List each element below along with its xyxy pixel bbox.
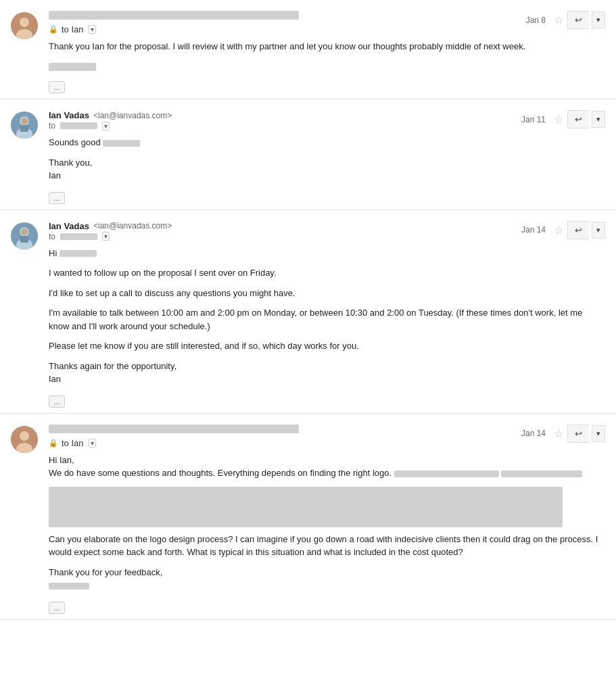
- name-row-1: [49, 11, 299, 24]
- more-button-2[interactable]: ▾: [592, 111, 605, 128]
- email-body-para-1: Thank you Ian for the proposal. I will r…: [49, 40, 605, 53]
- email-body-para-3f: Thanks again for the opportunity,Ian: [49, 360, 605, 386]
- svg-point-11: [21, 228, 28, 235]
- reply-button-2[interactable]: ↩: [567, 110, 589, 128]
- header-actions-1: Jan 8 ☆ ↩ ▾: [526, 11, 605, 29]
- svg-point-14: [20, 431, 29, 441]
- redacted-name-block-1: [49, 60, 605, 74]
- lock-icon-4: 🔒: [49, 439, 58, 448]
- to-label-2: to: [49, 121, 55, 130]
- ellipsis-btn-2[interactable]: ...: [49, 192, 65, 204]
- star-button-4[interactable]: ☆: [552, 426, 565, 441]
- date-2: Jan 11: [521, 115, 546, 124]
- recipient-dropdown-3[interactable]: ▾: [102, 232, 110, 241]
- email-thread: 🔒 to Ian ▾ Jan 8 ☆ ↩ ▾ Thank you Ian for…: [0, 0, 616, 620]
- recipient-text-4: to Ian: [62, 438, 84, 448]
- email-content-4: 🔒 to Ian ▾ Jan 14 ☆ ↩ ▾ Hi Ian,We do hav…: [49, 425, 605, 614]
- sender-block-1: 🔒 to Ian ▾: [49, 11, 299, 34]
- email-body-2: Sounds good Thank you,Ian: [49, 136, 605, 183]
- email-body-para-4a: Hi Ian,We do have some questions and tho…: [49, 454, 605, 480]
- email-body-para-3c: I'd like to set up a call to discuss any…: [49, 287, 605, 300]
- email-body-3: Hi I wanted to follow up on the proposal…: [49, 247, 605, 386]
- to-row-2: to ▾: [49, 121, 172, 130]
- star-button-1[interactable]: ☆: [552, 12, 565, 28]
- email-body-para-3d: I'm available to talk between 10:00 am a…: [49, 306, 605, 333]
- name-row-4: [49, 425, 299, 437]
- email-body-para-3e: Please let me know if you are still inte…: [49, 339, 605, 353]
- ellipsis-area-2: ...: [49, 189, 605, 204]
- lock-icon-1: 🔒: [49, 25, 58, 34]
- email-body-para-3b: I wanted to follow up on the proposal I …: [49, 266, 605, 280]
- reply-button-1[interactable]: ↩: [567, 11, 589, 29]
- email-header-3: Ian Vadas <ian@ianvadas.com> to ▾ Jan 14…: [49, 221, 605, 241]
- svg-rect-7: [20, 125, 28, 132]
- recipient-dropdown-4[interactable]: ▾: [89, 439, 96, 448]
- recipient-text-1: to Ian: [62, 24, 84, 34]
- ellipsis-area-1: ...: [49, 78, 605, 93]
- email-body-para-4b: Can you elaborate on the logo design pro…: [49, 533, 605, 559]
- email-header-2: Ian Vadas <ian@ianvadas.com> to ▾ Jan 11…: [49, 110, 605, 130]
- star-button-2[interactable]: ☆: [552, 112, 565, 127]
- sender-name-redacted-1: [49, 11, 299, 20]
- email-header-1: 🔒 to Ian ▾ Jan 8 ☆ ↩ ▾: [49, 11, 605, 34]
- sender-block-3: Ian Vadas <ian@ianvadas.com> to ▾: [49, 221, 172, 241]
- star-button-3[interactable]: ☆: [552, 222, 565, 238]
- email-item-1: 🔒 to Ian ▾ Jan 8 ☆ ↩ ▾ Thank you Ian for…: [0, 0, 616, 99]
- to-label-3: to: [49, 232, 55, 241]
- date-4: Jan 14: [521, 429, 546, 438]
- to-row-4: 🔒 to Ian ▾: [49, 438, 299, 448]
- date-1: Jan 8: [526, 16, 546, 25]
- name-row-2: Ian Vadas <ian@ianvadas.com>: [49, 110, 172, 120]
- email-item-3: Ian Vadas <ian@ianvadas.com> to ▾ Jan 14…: [0, 210, 616, 414]
- sender-name-2: Ian Vadas: [49, 110, 89, 120]
- header-actions-3: Jan 14 ☆ ↩ ▾: [521, 221, 605, 239]
- reply-button-4[interactable]: ↩: [567, 425, 589, 443]
- email-body-para-3a: Hi: [49, 247, 605, 260]
- redacted-image-4: [49, 487, 563, 527]
- ellipsis-btn-1[interactable]: ...: [49, 81, 65, 93]
- ellipsis-area-4: ...: [49, 599, 605, 614]
- more-button-4[interactable]: ▾: [592, 425, 605, 442]
- ellipsis-btn-3[interactable]: ...: [49, 395, 65, 408]
- sender-block-4: 🔒 to Ian ▾: [49, 425, 299, 448]
- email-body-para-2a: Sounds good: [49, 136, 605, 149]
- name-row-3: Ian Vadas <ian@ianvadas.com>: [49, 221, 172, 231]
- email-body-1: Thank you Ian for the proposal. I will r…: [49, 40, 605, 73]
- ellipsis-area-3: ...: [49, 393, 605, 408]
- email-body-4: Hi Ian,We do have some questions and tho…: [49, 454, 605, 592]
- sender-name-redacted-4: [49, 425, 299, 433]
- reply-button-3[interactable]: ↩: [567, 221, 589, 239]
- more-button-3[interactable]: ▾: [592, 222, 605, 239]
- sender-block-2: Ian Vadas <ian@ianvadas.com> to ▾: [49, 110, 172, 130]
- avatar-4: [11, 426, 38, 453]
- email-content-1: 🔒 to Ian ▾ Jan 8 ☆ ↩ ▾ Thank you Ian for…: [49, 11, 605, 93]
- svg-point-1: [20, 18, 29, 27]
- avatar-1: [11, 12, 38, 39]
- recipient-dropdown-1[interactable]: ▾: [89, 25, 96, 34]
- email-body-para-2b: Thank you,Ian: [49, 156, 605, 183]
- svg-rect-12: [20, 236, 28, 243]
- avatar-ian-2: [11, 112, 38, 139]
- to-row-1: 🔒 to Ian ▾: [49, 24, 299, 34]
- more-button-1[interactable]: ▾: [592, 11, 605, 28]
- date-3: Jan 14: [521, 225, 546, 235]
- sender-email-3: <ian@ianvadas.com>: [93, 221, 172, 231]
- avatar-ian-3: [11, 222, 38, 249]
- header-actions-2: Jan 11 ☆ ↩ ▾: [521, 110, 605, 128]
- to-row-3: to ▾: [49, 232, 172, 241]
- email-body-para-4c: Thank you for your feedback,: [49, 566, 605, 592]
- email-item-2: Ian Vadas <ian@ianvadas.com> to ▾ Jan 11…: [0, 99, 616, 210]
- email-content-3: Ian Vadas <ian@ianvadas.com> to ▾ Jan 14…: [49, 221, 605, 408]
- svg-point-6: [21, 118, 28, 124]
- recipient-dropdown-2[interactable]: ▾: [102, 122, 110, 130]
- ellipsis-btn-4[interactable]: ...: [49, 602, 65, 614]
- email-content-2: Ian Vadas <ian@ianvadas.com> to ▾ Jan 11…: [49, 110, 605, 204]
- sender-email-2: <ian@ianvadas.com>: [93, 111, 172, 120]
- sender-name-3: Ian Vadas: [49, 221, 89, 231]
- header-actions-4: Jan 14 ☆ ↩ ▾: [521, 425, 605, 443]
- email-item-4: 🔒 to Ian ▾ Jan 14 ☆ ↩ ▾ Hi Ian,We do hav…: [0, 414, 616, 620]
- email-header-4: 🔒 to Ian ▾ Jan 14 ☆ ↩ ▾: [49, 425, 605, 448]
